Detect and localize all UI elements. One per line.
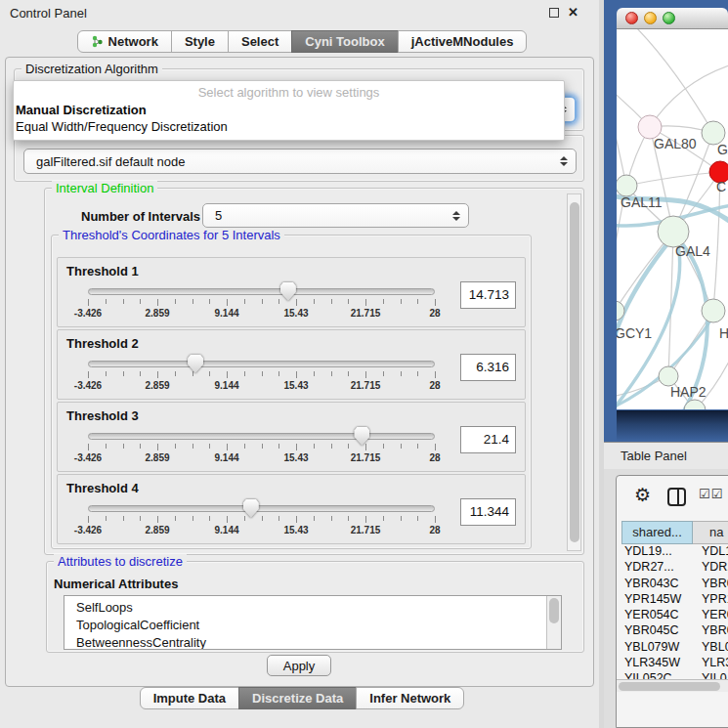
slider-track[interactable]	[88, 505, 435, 512]
slider-tick-labels: -3.4262.8599.14415.4321.71528	[88, 308, 435, 320]
cell-shared-name[interactable]: YLR345W	[621, 656, 693, 671]
tab-infer-network[interactable]: Infer Network	[356, 687, 464, 709]
threshold-slider[interactable]: -3.4262.8599.14415.4321.71528	[66, 426, 437, 469]
slider-ticks	[88, 299, 435, 307]
tab-label: Cyni Toolbox	[305, 34, 384, 49]
tab-cyni-toolbox[interactable]: Cyni Toolbox	[291, 30, 398, 53]
minimize-traffic-light-icon[interactable]	[644, 12, 657, 24]
table-row[interactable]: YDR27...YDR2	[621, 560, 728, 576]
table-row[interactable]: YBR043CYBR0	[621, 577, 728, 592]
threshold-panel: Threshold 3 -3.4262.8599.14415.4321.7152…	[57, 402, 526, 472]
tick-label: 21.715	[351, 452, 381, 463]
attribute-list-item[interactable]: SelfLoops	[76, 599, 561, 617]
tab-impute-data[interactable]: Impute Data	[140, 687, 239, 709]
apply-button[interactable]: Apply	[267, 655, 331, 676]
slider-thumb[interactable]	[354, 427, 369, 446]
close-traffic-light-icon[interactable]	[625, 12, 638, 24]
cell-name[interactable]: YER0	[693, 608, 728, 623]
scrollbar-thumb[interactable]	[549, 598, 559, 623]
table-data-combobox[interactable]: galFiltered.sif default node	[23, 149, 577, 174]
slider-track[interactable]	[88, 288, 435, 295]
tab-style[interactable]: Style	[171, 30, 229, 53]
tab-jactivemnodules[interactable]: jActiveMNodules	[398, 30, 528, 53]
select-columns-icon[interactable]: ☑☑	[699, 487, 723, 501]
threshold-value-field[interactable]: 21.4	[460, 426, 516, 453]
table-row[interactable]: YDL19...YDL1	[621, 544, 728, 560]
horizontal-scrollbar[interactable]	[617, 679, 728, 692]
column-header-name[interactable]: na	[693, 521, 728, 544]
network-window-titlebar[interactable]	[617, 8, 728, 29]
slider-tick	[383, 371, 384, 376]
tick-label: 15.43	[283, 380, 308, 391]
network-canvas[interactable]: GAL80GACGAL11GAL4GCY1HHAP2	[617, 29, 728, 409]
split-view-icon[interactable]	[667, 488, 686, 506]
table-row[interactable]: YBL079WYBL0	[621, 640, 728, 656]
node-label: GAL4	[675, 243, 710, 259]
column-header-shared-name[interactable]: shared...	[621, 521, 693, 544]
slider-tick	[401, 371, 402, 376]
algorithm-option-equal-width[interactable]: Equal Width/Frequency Discretization	[14, 118, 564, 135]
list-scrollbar[interactable]	[546, 596, 561, 649]
cell-shared-name[interactable]: YBR043C	[621, 577, 693, 592]
threshold-slider[interactable]: -3.4262.8599.14415.4321.71528	[66, 354, 437, 397]
slider-tick-labels: -3.4262.8599.14415.4321.71528	[88, 525, 435, 536]
cell-shared-name[interactable]: YBR045C	[621, 623, 693, 639]
cell-shared-name[interactable]: YPR145W	[621, 592, 693, 608]
network-node[interactable]	[702, 299, 725, 322]
table-row[interactable]: YLR345WYLR3	[621, 656, 728, 671]
tab-select[interactable]: Select	[228, 30, 292, 53]
tab-network[interactable]: Network	[77, 30, 172, 53]
cell-name[interactable]: YDL1	[693, 544, 728, 560]
scrollbar-thumb[interactable]	[570, 202, 579, 542]
cell-name[interactable]: YDR2	[693, 560, 728, 576]
slider-tick	[331, 299, 332, 304]
slider-tick-labels: -3.4262.8599.14415.4321.71528	[88, 380, 435, 392]
attribute-list-item[interactable]: TopologicalCoefficient	[76, 617, 561, 634]
slider-tick	[262, 444, 263, 449]
table-row[interactable]: YER054CYER0	[621, 608, 728, 623]
threshold-value-field[interactable]: 11.344	[460, 498, 516, 526]
cell-name[interactable]: YBL0	[693, 640, 728, 656]
network-node[interactable]	[659, 366, 678, 386]
slider-tick	[157, 371, 158, 378]
cell-name[interactable]: YBR0	[693, 623, 728, 639]
table-row[interactable]: YBR045CYBR0	[621, 623, 728, 639]
scrollbar-thumb[interactable]	[619, 682, 720, 691]
slider-thumb[interactable]	[280, 282, 296, 301]
cell-name[interactable]: YPR1	[693, 592, 728, 608]
tick-label: 28	[429, 308, 440, 319]
zoom-traffic-light-icon[interactable]	[663, 12, 675, 24]
tick-label: 9.144	[214, 452, 238, 463]
top-tab-bar: Network Style Select Cyni Toolbox jActiv…	[0, 30, 604, 53]
threshold-slider[interactable]: -3.4262.8599.14415.4321.71528	[66, 281, 437, 324]
slider-thumb[interactable]	[188, 355, 203, 373]
slider-track[interactable]	[88, 361, 435, 367]
cell-name[interactable]: YBR0	[693, 577, 728, 592]
float-window-icon[interactable]	[549, 8, 559, 18]
slider-tick	[106, 371, 107, 376]
cell-shared-name[interactable]: YER054C	[621, 608, 693, 623]
slider-tick	[417, 444, 418, 449]
threshold-value-field[interactable]: 6.316	[460, 354, 516, 381]
tab-discretize-data[interactable]: Discretize Data	[238, 687, 357, 709]
node-label: GAL80	[654, 136, 697, 151]
slider-track[interactable]	[88, 433, 435, 440]
settings-gear-icon[interactable]: ⚙	[634, 484, 651, 506]
table-row[interactable]: YPR145WYPR1	[621, 592, 728, 608]
numerical-attributes-list[interactable]: SelfLoopsTopologicalCoefficientBetweenne…	[64, 595, 562, 650]
close-icon[interactable]: ✕	[568, 8, 578, 18]
cell-name[interactable]: YLR3	[693, 656, 728, 671]
threshold-slider[interactable]: -3.4262.8599.14415.4321.71528	[66, 498, 437, 541]
vertical-scrollbar[interactable]	[567, 193, 581, 551]
cell-shared-name[interactable]: YDL19...	[621, 544, 693, 560]
cell-shared-name[interactable]: YDR27...	[621, 560, 693, 576]
num-intervals-combobox[interactable]: 5	[202, 203, 469, 228]
cell-shared-name[interactable]: YBL079W	[621, 640, 693, 656]
group-title: Interval Definition	[52, 181, 157, 195]
slider-thumb[interactable]	[243, 499, 259, 518]
network-node[interactable]	[617, 175, 637, 196]
threshold-value-field[interactable]: 14.713	[460, 281, 516, 309]
algorithm-option-manual[interactable]: Manual Discretization	[14, 102, 564, 118]
group-title: Threshold's Coordinates for 5 Intervals	[59, 228, 284, 242]
attribute-list-item[interactable]: BetweennessCentrality	[76, 634, 561, 650]
